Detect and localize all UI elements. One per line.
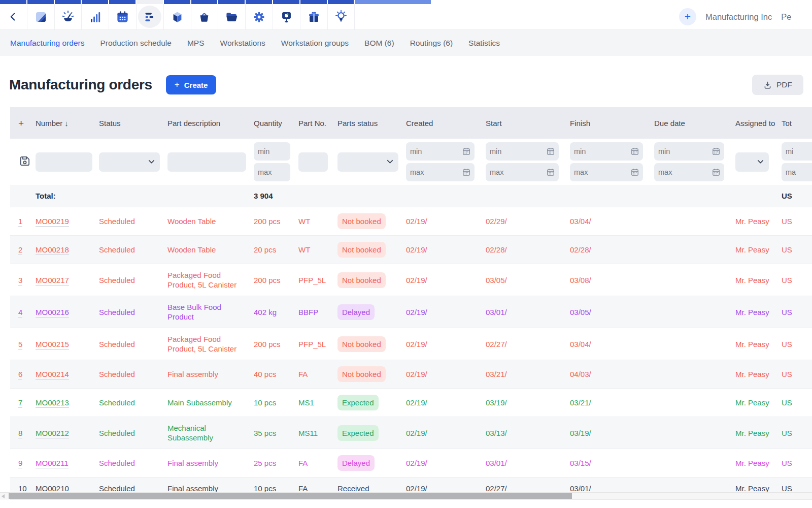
- gantt-production-icon[interactable]: [137, 4, 164, 29]
- bar-chart-icon[interactable]: [82, 4, 109, 29]
- order-number-link[interactable]: MO00216: [36, 308, 69, 318]
- filter-finish-min-date[interactable]: [574, 142, 631, 161]
- filter-parts_status-select[interactable]: [337, 152, 398, 172]
- order-number-link[interactable]: MO00218: [36, 245, 69, 255]
- nav-tab-production-schedule[interactable]: Production schedule: [100, 39, 171, 48]
- row-index-link[interactable]: 6: [18, 370, 22, 379]
- table-row[interactable]: 7 MO00213 Scheduled Main Subassembly 10 …: [10, 389, 812, 417]
- column-header-assigned_to[interactable]: Assigned to: [735, 118, 782, 128]
- nav-tab-workstations[interactable]: Workstations: [220, 39, 265, 48]
- row-index-link[interactable]: 2: [18, 245, 22, 255]
- nav-tab-workstation-groups[interactable]: Workstation groups: [281, 39, 349, 48]
- nav-tab-manufacturing-orders[interactable]: Manufacturing orders: [10, 39, 84, 48]
- filter-due_date-min-date[interactable]: [658, 142, 712, 161]
- table-row[interactable]: 9 MO00211 Scheduled Final assembly 25 pc…: [10, 449, 812, 478]
- table-row[interactable]: 8 MO00212 Scheduled Mechanical Subassemb…: [10, 417, 812, 449]
- row-index-link[interactable]: 8: [18, 429, 22, 438]
- column-header-number[interactable]: Number↓: [36, 118, 99, 128]
- table-row[interactable]: 1 MO00219 Scheduled Wooden Table 200 pcs…: [10, 207, 812, 236]
- create-button[interactable]: + Create: [166, 75, 217, 94]
- nav-tab-statistics[interactable]: Statistics: [468, 39, 500, 48]
- scrollbar-thumb[interactable]: [9, 493, 572, 499]
- nav-tab-mps[interactable]: MPS: [187, 39, 205, 48]
- pdf-export-button[interactable]: PDF: [752, 75, 803, 95]
- assigned-to-cell: Mr. Peasy: [735, 398, 782, 407]
- filter-start-min-date[interactable]: [490, 142, 547, 161]
- row-index-link[interactable]: 1: [18, 217, 22, 227]
- horizontal-scrollbar[interactable]: [0, 492, 812, 499]
- order-number-link[interactable]: MO00217: [36, 276, 69, 285]
- column-header-start[interactable]: Start: [486, 118, 570, 128]
- table-row[interactable]: 6 MO00214 Scheduled Final assembly 40 pc…: [10, 360, 812, 389]
- column-header-part_description[interactable]: Part description: [167, 118, 254, 128]
- filter-number-input[interactable]: [36, 152, 92, 172]
- row-index-link[interactable]: 4: [18, 308, 22, 318]
- filter-due_date-max-date[interactable]: [658, 163, 712, 181]
- back-chevron-icon[interactable]: [0, 4, 27, 29]
- section-nav: Manufacturing ordersProduction scheduleM…: [0, 29, 812, 56]
- filter-created-max-date[interactable]: [410, 163, 462, 181]
- document-icon[interactable]: [27, 4, 55, 29]
- quantity-cell: 25 pcs: [254, 458, 298, 468]
- created-cell: 02/19/: [406, 275, 486, 285]
- sort-descending-icon[interactable]: ↓: [64, 119, 69, 128]
- table-row[interactable]: 5 MO00215 Scheduled Packaged Food Produc…: [10, 328, 812, 360]
- column-header-finish[interactable]: Finish: [570, 118, 654, 128]
- filter-assigned_to-select[interactable]: [735, 152, 769, 172]
- column-header-parts_status[interactable]: Parts status: [337, 118, 406, 128]
- table-row[interactable]: 4 MO00216 Scheduled Base Bulk Food Produ…: [10, 296, 812, 328]
- row-index-link[interactable]: 9: [18, 459, 22, 468]
- nav-tab-bom-6[interactable]: BOM (6): [364, 39, 394, 48]
- order-number-link[interactable]: MO00213: [36, 398, 69, 408]
- save-filter-icon[interactable]: [18, 154, 31, 168]
- download-icon: [763, 81, 772, 89]
- nav-tab-routings-6[interactable]: Routings (6): [410, 39, 453, 48]
- calendar-small-icon: [712, 147, 720, 155]
- user-name-truncated[interactable]: Pe: [781, 12, 791, 22]
- column-header-status[interactable]: Status: [99, 118, 167, 128]
- order-number-link[interactable]: MO00214: [36, 370, 69, 379]
- column-header-part_no[interactable]: Part No.: [298, 118, 337, 128]
- gift-icon[interactable]: [300, 4, 328, 29]
- filter-quantity-min-input[interactable]: [258, 142, 286, 161]
- folder-icon[interactable]: [218, 4, 246, 29]
- filter-quantity-max-input[interactable]: [258, 163, 286, 181]
- table-row[interactable]: 11 MO00209 Done Wooden Table 200 pcs WT …: [10, 500, 812, 508]
- lightbulb-icon[interactable]: [328, 4, 355, 29]
- add-company-button[interactable]: +: [679, 8, 696, 25]
- row-index-link[interactable]: 7: [18, 398, 22, 408]
- column-header-created[interactable]: Created: [406, 118, 486, 128]
- filter-part_no-input[interactable]: [298, 152, 328, 172]
- column-header-due_date[interactable]: Due date: [654, 118, 735, 128]
- parts-status-badge: Not booked: [337, 242, 386, 258]
- gauge-dashboard-icon[interactable]: [55, 4, 82, 29]
- part-description-cell: Packaged Food Product, 5L Canister: [167, 334, 254, 354]
- column-header-plus[interactable]: +: [10, 118, 36, 128]
- scroll-left-arrow-icon[interactable]: [2, 494, 5, 498]
- order-number-link[interactable]: MO00215: [36, 340, 69, 350]
- presentation-board-icon[interactable]: [273, 4, 300, 29]
- company-name[interactable]: Manufacturing Inc: [705, 12, 772, 22]
- filter-start-max-date[interactable]: [490, 163, 547, 181]
- filter-finish-max-date[interactable]: [574, 163, 631, 181]
- row-index-link[interactable]: 5: [18, 340, 22, 350]
- order-number-link[interactable]: MO00212: [36, 429, 69, 438]
- assigned-to-cell: Mr. Peasy: [735, 216, 782, 226]
- basket-procurement-icon[interactable]: [191, 4, 219, 29]
- filter-total-min-input[interactable]: [786, 142, 812, 161]
- filter-status-select[interactable]: [99, 152, 160, 172]
- cube-stock-icon[interactable]: [164, 4, 191, 29]
- filter-created-min-date[interactable]: [410, 142, 462, 161]
- column-header-quantity[interactable]: Quantity: [254, 118, 298, 128]
- order-number-link[interactable]: MO00219: [36, 217, 69, 227]
- gear-settings-icon[interactable]: [246, 4, 273, 29]
- row-index-link[interactable]: 3: [18, 276, 22, 285]
- filter-part_description-input[interactable]: [167, 152, 246, 172]
- quantity-cell: 200 pcs: [254, 506, 298, 508]
- table-row[interactable]: 2 MO00218 Scheduled Wooden Table 20 pcs …: [10, 236, 812, 264]
- order-number-link[interactable]: MO00211: [36, 459, 69, 468]
- calendar-icon[interactable]: [109, 4, 137, 29]
- column-header-total[interactable]: Tot: [782, 118, 812, 128]
- table-row[interactable]: 3 MO00217 Scheduled Packaged Food Produc…: [10, 264, 812, 296]
- filter-total-max-input[interactable]: [786, 163, 812, 181]
